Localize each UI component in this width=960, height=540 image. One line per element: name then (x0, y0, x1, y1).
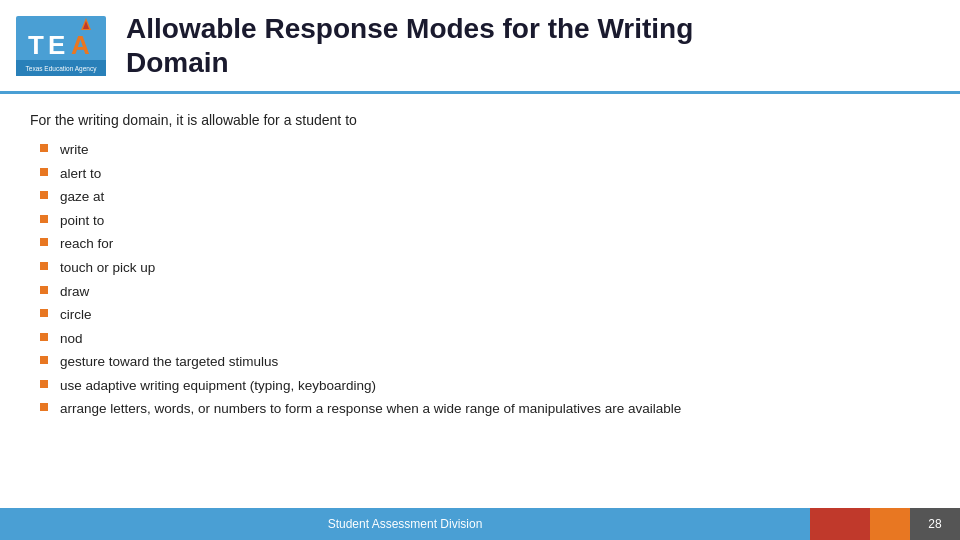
svg-text:Texas Education Agency: Texas Education Agency (26, 65, 98, 73)
header-title: Allowable Response Modes for the Writing… (126, 12, 940, 79)
list-item: gaze at (40, 187, 930, 207)
intro-text: For the writing domain, it is allowable … (30, 112, 930, 128)
tea-logo: T E A Texas Education Agency (16, 16, 106, 76)
bullet-square-icon (40, 168, 48, 176)
list-item: use adaptive writing equipment (typing, … (40, 376, 930, 396)
list-item-text: arrange letters, words, or numbers to fo… (60, 399, 681, 419)
bullet-square-icon (40, 191, 48, 199)
list-item-text: circle (60, 305, 92, 325)
list-item: point to (40, 211, 930, 231)
list-item: circle (40, 305, 930, 325)
page-title: Allowable Response Modes for the Writing… (126, 12, 940, 79)
list-item: gesture toward the targeted stimulus (40, 352, 930, 372)
main-content: For the writing domain, it is allowable … (0, 94, 960, 433)
list-item-text: nod (60, 329, 83, 349)
bullet-square-icon (40, 238, 48, 246)
bullet-square-icon (40, 309, 48, 317)
bullet-list: writealert togaze atpoint toreach fortou… (30, 140, 930, 419)
list-item-text: write (60, 140, 89, 160)
footer-red-bar (810, 508, 870, 540)
list-item-text: touch or pick up (60, 258, 155, 278)
logo-area: T E A Texas Education Agency (16, 16, 106, 76)
list-item: draw (40, 282, 930, 302)
bullet-square-icon (40, 380, 48, 388)
list-item: alert to (40, 164, 930, 184)
footer-page-number: 28 (910, 508, 960, 540)
footer-division-label: Student Assessment Division (328, 517, 483, 531)
footer-orange-bar (870, 508, 910, 540)
bullet-square-icon (40, 215, 48, 223)
footer-blue-bar: Student Assessment Division (0, 508, 810, 540)
bullet-square-icon (40, 144, 48, 152)
list-item: arrange letters, words, or numbers to fo… (40, 399, 930, 419)
bullet-square-icon (40, 403, 48, 411)
list-item: write (40, 140, 930, 160)
bullet-square-icon (40, 356, 48, 364)
svg-text:T: T (28, 30, 44, 60)
list-item-text: gesture toward the targeted stimulus (60, 352, 278, 372)
list-item-text: point to (60, 211, 104, 231)
list-item-text: gaze at (60, 187, 104, 207)
page-header: T E A Texas Education Agency Allowable R… (0, 0, 960, 94)
page-footer: Student Assessment Division 28 (0, 508, 960, 540)
list-item-text: alert to (60, 164, 101, 184)
list-item: touch or pick up (40, 258, 930, 278)
list-item-text: use adaptive writing equipment (typing, … (60, 376, 376, 396)
list-item: reach for (40, 234, 930, 254)
bullet-square-icon (40, 262, 48, 270)
svg-text:A: A (71, 30, 90, 60)
bullet-square-icon (40, 333, 48, 341)
list-item-text: draw (60, 282, 89, 302)
list-item: nod (40, 329, 930, 349)
bullet-square-icon (40, 286, 48, 294)
svg-text:E: E (48, 30, 65, 60)
list-item-text: reach for (60, 234, 113, 254)
